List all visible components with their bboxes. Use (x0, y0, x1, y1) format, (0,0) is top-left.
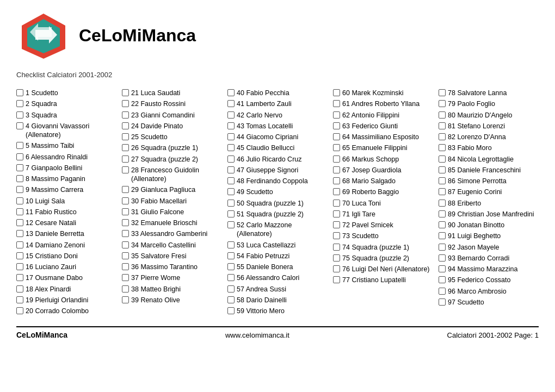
checkbox-icon[interactable] (333, 111, 340, 119)
list-item[interactable]: 22 Fausto Rossini (122, 99, 222, 108)
list-item[interactable]: 55 Daniele Bonera (227, 263, 328, 271)
checkbox-icon[interactable] (333, 232, 340, 239)
list-item[interactable]: 11 Fabio Rustico (16, 208, 116, 216)
checkbox-icon[interactable] (439, 188, 446, 195)
list-item[interactable]: 12 Cesare Natali (16, 219, 116, 227)
list-item[interactable]: 58 Dario Dainelli (227, 296, 328, 304)
list-item[interactable]: 14 Damiano Zenoni (16, 241, 116, 250)
checkbox-icon[interactable] (227, 210, 235, 217)
checkbox-icon[interactable] (333, 89, 340, 96)
checkbox-icon[interactable] (227, 100, 235, 107)
list-item[interactable]: 54 Fabio Petruzzi (227, 252, 328, 260)
checkbox-icon[interactable] (16, 186, 23, 193)
checkbox-icon[interactable] (122, 241, 129, 248)
list-item[interactable]: 59 Vittorio Mero (227, 307, 328, 315)
list-item[interactable]: 72 Pavel Srnicek (333, 221, 433, 229)
list-item[interactable]: 1 Scudetto (16, 89, 116, 97)
checkbox-icon[interactable] (122, 186, 129, 193)
list-item[interactable]: 44 Giacomo Cipriani (227, 133, 328, 141)
checkbox-icon[interactable] (16, 296, 23, 303)
checkbox-icon[interactable] (227, 263, 235, 270)
list-item[interactable]: 97 Scudetto (439, 298, 539, 307)
list-item[interactable]: 53 Luca Castellazzi (227, 241, 328, 250)
checkbox-icon[interactable] (227, 241, 235, 248)
list-item[interactable]: 67 Josep Guardiola (333, 166, 433, 175)
list-item[interactable]: 28 Francesco Guidolin (Allenatore) (122, 166, 222, 184)
list-item[interactable]: 25 Scudetto (122, 133, 222, 141)
list-item[interactable]: 65 Emanuele Filippini (333, 144, 433, 152)
checkbox-icon[interactable] (122, 296, 129, 303)
list-item[interactable]: 75 Squadra (puzzle 2) (333, 254, 433, 263)
checkbox-icon[interactable] (122, 197, 129, 204)
checkbox-icon[interactable] (333, 177, 340, 184)
checkbox-icon[interactable] (16, 153, 23, 160)
list-item[interactable]: 13 Daniele Berretta (16, 229, 116, 238)
checkbox-icon[interactable] (122, 133, 129, 140)
list-item[interactable]: 61 Andres Roberto Yllana (333, 99, 433, 108)
checkbox-icon[interactable] (439, 177, 446, 184)
list-item[interactable]: 18 Alex Pinardi (16, 285, 116, 294)
list-item[interactable]: 2 Squadra (16, 99, 116, 108)
list-item[interactable]: 94 Massimo Marazzina (439, 265, 539, 273)
checkbox-icon[interactable] (16, 164, 23, 171)
checkbox-icon[interactable] (122, 285, 129, 293)
list-item[interactable]: 86 Simone Perrotta (439, 177, 539, 185)
list-item[interactable]: 49 Scudetto (227, 188, 328, 196)
list-item[interactable]: 63 Federico Giunti (333, 122, 433, 130)
list-item[interactable]: 64 Massimiliano Esposito (333, 133, 433, 141)
checkbox-icon[interactable] (16, 252, 23, 259)
list-item[interactable]: 82 Lorenzo D'Anna (439, 133, 539, 141)
list-item[interactable]: 39 Renato Olive (122, 296, 222, 304)
checkbox-icon[interactable] (227, 188, 235, 195)
list-item[interactable]: 57 Andrea Sussi (227, 285, 328, 294)
checkbox-icon[interactable] (439, 100, 446, 107)
list-item[interactable]: 7 Gianpaolo Bellini (16, 164, 116, 172)
checkbox-icon[interactable] (16, 285, 23, 293)
list-item[interactable]: 21 Luca Saudati (122, 89, 222, 97)
list-item[interactable]: 56 Alessandro Calori (227, 273, 328, 282)
checkbox-icon[interactable] (333, 133, 340, 140)
checkbox-icon[interactable] (333, 166, 340, 173)
checkbox-icon[interactable] (227, 89, 235, 96)
checkbox-icon[interactable] (227, 307, 235, 314)
list-item[interactable]: 37 Pierre Wome (122, 273, 222, 282)
list-item[interactable]: 24 Davide Pinato (122, 122, 222, 130)
checkbox-icon[interactable] (439, 155, 446, 163)
checkbox-icon[interactable] (333, 244, 340, 251)
list-item[interactable]: 85 Daniele Franceschini (439, 166, 539, 175)
list-item[interactable]: 70 Luca Toni (333, 199, 433, 208)
list-item[interactable]: 89 Christian Jose Manfredini (439, 210, 539, 219)
list-item[interactable]: 83 Fabio Moro (439, 144, 539, 152)
checkbox-icon[interactable] (333, 100, 340, 107)
checkbox-icon[interactable] (439, 232, 446, 239)
list-item[interactable]: 48 Ferdinando Coppola (227, 177, 328, 185)
list-item[interactable]: 16 Luciano Zauri (16, 263, 116, 271)
checkbox-icon[interactable] (333, 221, 340, 228)
checkbox-icon[interactable] (122, 100, 129, 107)
checkbox-icon[interactable] (122, 219, 129, 226)
list-item[interactable]: 84 Nicola Legrottaglie (439, 155, 539, 164)
list-item[interactable]: 17 Ousmane Dabo (16, 273, 116, 282)
list-item[interactable]: 4 Giovanni Vavassori (Allenatore) (16, 122, 116, 140)
checkbox-icon[interactable] (122, 89, 129, 96)
list-item[interactable]: 80 Maurizio D'Angelo (439, 111, 539, 120)
checkbox-icon[interactable] (227, 144, 235, 151)
checkbox-icon[interactable] (122, 263, 129, 270)
list-item[interactable]: 23 Gianni Comandini (122, 111, 222, 120)
list-item[interactable]: 30 Fabio Macellari (122, 197, 222, 206)
checkbox-icon[interactable] (333, 210, 340, 217)
list-item[interactable]: 5 Massimo Taibi (16, 141, 116, 150)
checkbox-icon[interactable] (439, 221, 446, 228)
checkbox-icon[interactable] (439, 133, 446, 140)
checkbox-icon[interactable] (16, 142, 23, 149)
checkbox-icon[interactable] (333, 200, 340, 207)
list-item[interactable]: 26 Squadra (puzzle 1) (122, 144, 222, 152)
checkbox-icon[interactable] (16, 219, 23, 226)
list-item[interactable]: 66 Markus Schopp (333, 155, 433, 164)
checkbox-icon[interactable] (16, 111, 23, 119)
checkbox-icon[interactable] (439, 210, 446, 217)
list-item[interactable]: 27 Squadra (puzzle 2) (122, 155, 222, 164)
checkbox-icon[interactable] (439, 144, 446, 151)
list-item[interactable]: 41 Lamberto Zauli (227, 99, 328, 108)
list-item[interactable]: 35 Salvatore Fresi (122, 252, 222, 260)
